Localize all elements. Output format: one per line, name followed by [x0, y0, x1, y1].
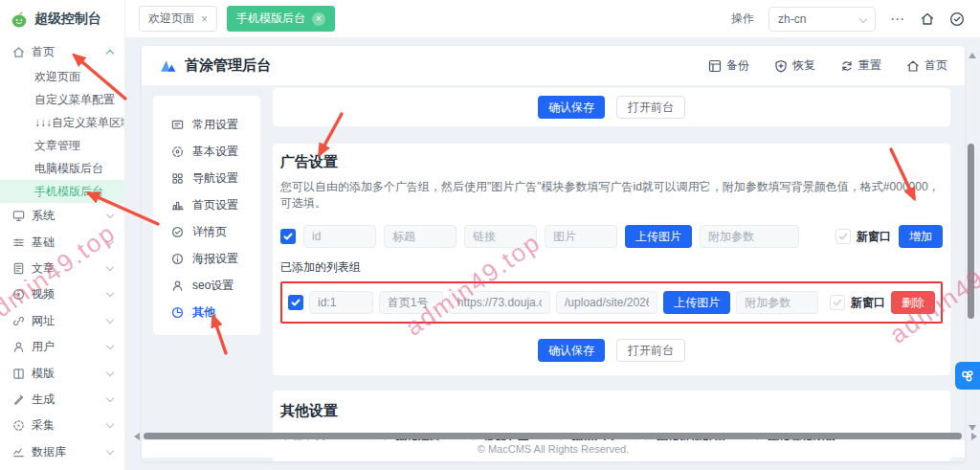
- open-frontend-button[interactable]: 打开前台: [616, 339, 685, 362]
- ad-image-input[interactable]: [556, 291, 657, 314]
- restore-button[interactable]: 恢复: [774, 57, 815, 74]
- more-icon[interactable]: ⋯: [890, 11, 905, 28]
- delete-button[interactable]: 删除: [891, 291, 935, 314]
- menu-item-seo-settings[interactable]: seo设置: [153, 272, 260, 299]
- ad-title-input[interactable]: [384, 225, 457, 248]
- scroll-up-arrow[interactable]: [969, 53, 976, 58]
- horizontal-scrollbar[interactable]: [144, 433, 962, 439]
- confirm-save-button[interactable]: 确认保存: [538, 96, 605, 119]
- ad-settings-title: 广告设置: [280, 153, 943, 171]
- vertical-scrollbar[interactable]: [968, 144, 974, 319]
- screen: 超级控制台 首页 欢迎页面 自定义菜单配置 ↓↓↓自定义菜单区域↓↓↓ 文章管理…: [0, 0, 980, 470]
- ad-id-input[interactable]: [309, 291, 373, 314]
- sidebar-group-video[interactable]: 视频: [0, 281, 124, 307]
- upload-image-button[interactable]: 上传图片: [625, 225, 692, 248]
- ad-id-input[interactable]: [303, 225, 376, 248]
- tab-close-icon[interactable]: ×: [201, 13, 208, 25]
- sidebar-group-url[interactable]: 网址: [0, 308, 124, 334]
- menu-item-basic-settings[interactable]: 基本设置: [153, 138, 260, 165]
- chevron-down-icon: [106, 289, 114, 297]
- app-title: 超级控制台: [34, 11, 101, 28]
- home-icon[interactable]: [920, 11, 935, 27]
- new-window-checkbox[interactable]: [835, 229, 851, 244]
- menu-item-home-settings[interactable]: 首页设置: [153, 191, 260, 218]
- chevron-down-icon: [106, 263, 114, 271]
- confirm-save-button[interactable]: 确认保存: [538, 339, 605, 362]
- sidebar-group-template[interactable]: 模版: [0, 360, 124, 386]
- sidebar-group-basic[interactable]: 基础: [0, 229, 124, 255]
- home-icon: [12, 46, 25, 58]
- sidebar-group-system[interactable]: 系统: [0, 203, 124, 229]
- ad-extra-input[interactable]: [736, 291, 818, 314]
- collect-icon: [12, 419, 25, 432]
- chevron-down-icon: [106, 420, 114, 428]
- check-circle-icon[interactable]: [949, 11, 965, 27]
- open-frontend-button[interactable]: 打开前台: [616, 96, 685, 119]
- user-icon: [171, 280, 184, 292]
- sidebar-group-generate[interactable]: 生成: [0, 387, 124, 413]
- check-circle-icon: [171, 226, 184, 238]
- scroll-left-arrow[interactable]: [134, 433, 140, 440]
- menu-item-other[interactable]: 其他: [153, 299, 260, 325]
- sidebar-group-database[interactable]: 数据库: [0, 439, 124, 465]
- bar-chart-icon: [171, 199, 184, 212]
- copyright-footer: © MacCMS All Rights Reserved.: [142, 440, 965, 458]
- ad-extra-input[interactable]: [700, 225, 799, 248]
- sidebar-group-app[interactable]: 应用: [0, 465, 124, 470]
- scroll-down-arrow[interactable]: [969, 425, 976, 431]
- nodes-icon: [960, 369, 975, 384]
- sidebar-item-welcome-page[interactable]: 欢迎页面: [0, 65, 124, 88]
- ad-link-input[interactable]: [449, 291, 550, 314]
- generate-icon: [12, 393, 25, 406]
- sidebar-group-article[interactable]: 文章: [0, 256, 124, 281]
- add-button[interactable]: 增加: [899, 225, 943, 248]
- ad-add-row: 上传图片 新窗口 增加: [280, 225, 943, 248]
- content-area: 首涂管理后台 备份 恢复 重置: [125, 38, 980, 470]
- card-settings-icon: [171, 119, 184, 131]
- tab-label: 手机模版后台: [236, 11, 305, 27]
- user-icon: [12, 341, 25, 353]
- sidebar-group-collect[interactable]: 采集: [0, 413, 124, 438]
- scroll-right-arrow[interactable]: [971, 433, 977, 440]
- restore-icon: [774, 59, 788, 73]
- ad-added-row: 上传图片 新窗口 删除: [288, 291, 935, 314]
- sidebar-item-label: 首页: [32, 44, 55, 60]
- menu-item-poster-settings[interactable]: 海报设置: [153, 245, 260, 272]
- menu-item-nav-settings[interactable]: 导航设置: [153, 165, 260, 191]
- new-window-checkbox[interactable]: [830, 295, 845, 310]
- app-logo: 超级控制台: [0, 0, 124, 38]
- sidebar-item-article-manage[interactable]: 文章管理: [0, 134, 124, 157]
- sidebar-item-home[interactable]: 首页: [0, 38, 124, 65]
- grid-icon: [171, 172, 184, 185]
- reset-button[interactable]: 重置: [840, 57, 881, 74]
- sliders-icon: [12, 236, 25, 249]
- tab-close-icon[interactable]: ×: [312, 12, 325, 26]
- menu-item-detail-page[interactable]: 详情页: [153, 218, 260, 245]
- sidebar-group-user[interactable]: 用户: [0, 334, 124, 360]
- upload-image-button[interactable]: 上传图片: [663, 291, 730, 314]
- sidebar-item-custom-menu-zone[interactable]: ↓↓↓自定义菜单区域↓↓↓: [0, 111, 124, 134]
- new-window-label: 新窗口: [851, 295, 885, 311]
- chevron-down-icon: [106, 342, 114, 349]
- save-bar-bottom: 确认保存 打开前台: [280, 339, 943, 362]
- menu-item-common-settings[interactable]: 常用设置: [153, 111, 260, 138]
- sidebar-item-mobile-template-admin[interactable]: 手机模版后台: [0, 180, 124, 203]
- sidebar-item-pc-template-admin[interactable]: 电脑模版后台: [0, 157, 124, 180]
- row-checkbox[interactable]: [280, 229, 296, 244]
- ad-title-input[interactable]: [379, 291, 443, 314]
- panel-home-button[interactable]: 首页: [906, 57, 947, 74]
- info-circle-icon: [171, 253, 184, 265]
- link-icon: [12, 315, 25, 327]
- ad-image-input[interactable]: [545, 225, 617, 248]
- backup-button[interactable]: 备份: [708, 57, 749, 74]
- chevron-down-icon: [106, 446, 114, 454]
- tab-welcome-page[interactable]: 欢迎页面 ×: [139, 6, 217, 32]
- float-theme-button[interactable]: [955, 362, 980, 390]
- database-icon: [12, 446, 25, 459]
- tab-mobile-template-admin[interactable]: 手机模版后台 ×: [227, 6, 335, 32]
- language-select[interactable]: zh-cn: [768, 7, 876, 32]
- row-checkbox[interactable]: [288, 295, 303, 310]
- ad-link-input[interactable]: [464, 225, 537, 248]
- sidebar-item-custom-menu-config[interactable]: 自定义菜单配置: [0, 88, 124, 111]
- panel-header-actions: 备份 恢复 重置 首页: [708, 57, 947, 74]
